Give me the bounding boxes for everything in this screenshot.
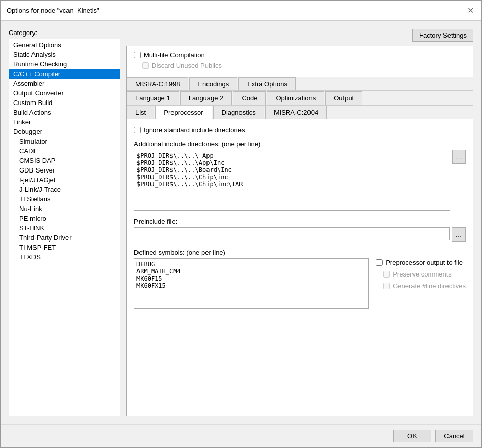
- preserve-comments-row: Preserve comments: [376, 270, 466, 278]
- category-label: Category:: [9, 29, 120, 37]
- sidebar-item-static-analysis[interactable]: Static Analysis: [9, 50, 120, 59]
- discard-unused-label: Discard Unused Publics: [152, 62, 222, 70]
- symbols-textarea-row: [134, 258, 369, 309]
- preinclude-browse-btn[interactable]: …: [452, 227, 466, 242]
- generate-line-row: Generate #line directives: [376, 282, 466, 290]
- include-dirs-textarea[interactable]: [134, 150, 450, 211]
- discard-unused-row: Discard Unused Publics: [134, 62, 466, 70]
- dialog-title: Options for node "vcan_Kinetis": [7, 7, 99, 14]
- symbols-textarea[interactable]: [134, 258, 369, 309]
- ok-button[interactable]: OK: [393, 430, 431, 442]
- preprocessor-panel: Ignore standard include directories Addi…: [127, 119, 473, 416]
- preinclude-section: Preinclude file: …: [134, 218, 466, 242]
- sidebar-item-ti-msp-fet[interactable]: TI MSP-FET: [9, 243, 120, 252]
- dir-textarea-row: …: [134, 150, 466, 211]
- category-list: General OptionsStatic AnalysisRuntime Ch…: [9, 39, 120, 416]
- multi-file-label: Multi-file Compilation: [144, 51, 205, 59]
- sidebar-item-pe-micro[interactable]: PE micro: [9, 214, 120, 223]
- sidebar-item-output-converter[interactable]: Output Converter: [9, 88, 120, 98]
- generate-line-label: Generate #line directives: [393, 282, 466, 290]
- cancel-button[interactable]: Cancel: [435, 430, 473, 442]
- tab-preprocessor[interactable]: Preprocessor: [155, 106, 212, 119]
- sidebar-item-custom-build[interactable]: Custom Build: [9, 98, 120, 108]
- defined-symbols-section: Defined symbols: (one per line) Preproce…: [134, 249, 466, 309]
- sidebar-item-build-actions[interactable]: Build Actions: [9, 108, 120, 117]
- generate-line-checkbox[interactable]: [383, 283, 390, 289]
- tab-language-2[interactable]: Language 2: [180, 91, 232, 105]
- tabs-row1: MISRA-C:1998EncodingsExtra Options: [127, 77, 473, 90]
- preprocessor-output-row: Preprocessor output to file: [376, 259, 466, 266]
- tab-code[interactable]: Code: [233, 91, 266, 105]
- preprocessor-output-checkbox[interactable]: [376, 259, 383, 266]
- sidebar-item-i-jet[interactable]: I-jet/JTAGjet: [9, 175, 120, 185]
- dialog: Options for node "vcan_Kinetis" ✕ Catego…: [0, 0, 482, 448]
- additional-include-section: Additional include directories: (one per…: [134, 140, 466, 211]
- sidebar-item-simulator[interactable]: Simulator: [9, 136, 120, 146]
- preserve-comments-checkbox[interactable]: [383, 271, 390, 278]
- content-area: Multi-file Compilation Discard Unused Pu…: [126, 46, 473, 416]
- top-options: Multi-file Compilation Discard Unused Pu…: [127, 46, 473, 77]
- sidebar-item-cmsis-dap[interactable]: CMSIS DAP: [9, 156, 120, 165]
- main-panel: Factory Settings Multi-file Compilation …: [126, 29, 473, 416]
- factory-settings-button[interactable]: Factory Settings: [412, 29, 473, 42]
- tabs-row2: Language 1Language 2CodeOptimizationsOut…: [127, 91, 473, 105]
- multi-file-row: Multi-file Compilation: [134, 51, 466, 59]
- dialog-body: Category: General OptionsStatic Analysis…: [1, 21, 481, 424]
- tab-misra-c-2004[interactable]: MISRA-C:2004: [265, 106, 327, 119]
- ignore-std-row: Ignore standard include directories: [134, 126, 466, 134]
- sidebar-item-ti-xds[interactable]: TI XDS: [9, 252, 120, 262]
- preinclude-row: …: [134, 227, 466, 242]
- include-dirs-browse-btn[interactable]: …: [452, 150, 466, 164]
- additional-include-label: Additional include directories: (one per…: [134, 140, 466, 148]
- tab-output[interactable]: Output: [325, 91, 362, 105]
- tab-extra-options[interactable]: Extra Options: [238, 77, 296, 90]
- preprocessor-output-label: Preprocessor output to file: [386, 259, 463, 266]
- title-bar: Options for node "vcan_Kinetis" ✕: [1, 1, 481, 21]
- tabs-row3-container: ListPreprocessorDiagnosticsMISRA-C:2004: [127, 105, 473, 119]
- tabs-row1-container: MISRA-C:1998EncodingsExtra Options: [127, 77, 473, 91]
- preinclude-input[interactable]: [134, 227, 450, 240]
- sidebar-item-general-options[interactable]: General Options: [9, 40, 120, 50]
- preserve-comments-label: Preserve comments: [393, 270, 452, 278]
- dialog-footer: OK Cancel: [1, 424, 481, 447]
- multi-file-checkbox[interactable]: [134, 52, 141, 58]
- tab-optimizations[interactable]: Optimizations: [267, 91, 324, 105]
- tab-list[interactable]: List: [127, 106, 154, 119]
- close-button[interactable]: ✕: [465, 6, 475, 16]
- defined-left: Defined symbols: (one per line): [134, 249, 369, 309]
- ignore-std-checkbox[interactable]: [134, 127, 141, 133]
- sidebar-item-linker[interactable]: Linker: [9, 117, 120, 127]
- ignore-std-label: Ignore standard include directories: [144, 126, 245, 134]
- discard-unused-checkbox[interactable]: [142, 62, 149, 69]
- sidebar-item-nu-link[interactable]: Nu-Link: [9, 204, 120, 214]
- tab-language-1[interactable]: Language 1: [127, 91, 179, 105]
- tab-diagnostics[interactable]: Diagnostics: [213, 106, 264, 119]
- sidebar-item-st-link[interactable]: ST-LINK: [9, 223, 120, 233]
- defined-right: Preprocessor output to file Preserve com…: [376, 249, 466, 309]
- tabs-row2-container: Language 1Language 2CodeOptimizationsOut…: [127, 91, 473, 105]
- preinclude-label: Preinclude file:: [134, 218, 466, 225]
- tab-encodings[interactable]: Encodings: [189, 77, 237, 90]
- sidebar-item-third-party[interactable]: Third-Party Driver: [9, 233, 120, 243]
- sidebar-item-jlink[interactable]: J-Link/J-Trace: [9, 185, 120, 194]
- sidebar-item-cadi[interactable]: CADI: [9, 146, 120, 156]
- category-panel: Category: General OptionsStatic Analysis…: [9, 29, 120, 416]
- factory-btn-row: Factory Settings: [126, 29, 473, 42]
- sidebar-item-assembler[interactable]: Assembler: [9, 79, 120, 88]
- sidebar-item-gdb-server[interactable]: GDB Server: [9, 165, 120, 175]
- sidebar-item-c-cpp-compiler[interactable]: C/C++ Compiler: [9, 69, 120, 79]
- sidebar-item-debugger[interactable]: Debugger: [9, 127, 120, 136]
- sidebar-item-runtime-checking[interactable]: Runtime Checking: [9, 59, 120, 69]
- tabs-row3: ListPreprocessorDiagnosticsMISRA-C:2004: [127, 105, 473, 119]
- defined-symbols-label: Defined symbols: (one per line): [134, 249, 369, 256]
- sidebar-item-ti-stellaris[interactable]: TI Stellaris: [9, 194, 120, 204]
- tab-misra-c-1998[interactable]: MISRA-C:1998: [127, 77, 188, 90]
